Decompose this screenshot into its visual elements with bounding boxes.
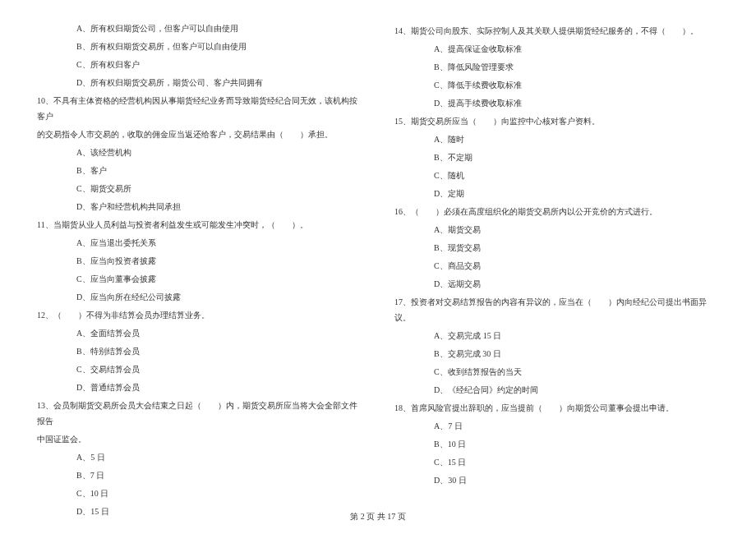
q18-option-c: C、15 日 bbox=[394, 454, 719, 470]
q10-text-line2: 的交易指令人市交易的，收取的佣金应当返还给客户，交易结果由（ ）承担。 bbox=[37, 127, 362, 142]
right-column: 14、期货公司向股东、实际控制人及其关联人提供期货经纪服务的，不得（ ）。 A、… bbox=[394, 21, 719, 497]
q17-option-a: A、交易完成 15 日 bbox=[394, 328, 719, 343]
q9-option-c: C、所有权归客户 bbox=[37, 57, 362, 72]
q15-text: 15、期货交易所应当（ ）向监控中心核对客户资料。 bbox=[394, 113, 719, 129]
q18-option-a: A、7 日 bbox=[394, 418, 719, 434]
q14-option-c: C、降低手续费收取标准 bbox=[394, 77, 719, 93]
q16-option-a: A、期货交易 bbox=[394, 222, 719, 237]
q12-option-c: C、交易结算会员 bbox=[37, 361, 362, 377]
page-footer: 第 2 页 共 17 页 bbox=[0, 511, 756, 522]
q18-text: 18、首席风险官提出辞职的，应当提前（ ）向期货公司董事会提出申请。 bbox=[394, 400, 719, 416]
q13-text-line1: 13、会员制期货交易所会员大会结束之日起（ ）内，期货交易所应当将大会全部文件报… bbox=[37, 398, 362, 429]
q14-option-b: B、降低风险管理要求 bbox=[394, 59, 719, 75]
q10-option-c: C、期货交易所 bbox=[37, 181, 362, 196]
q9-option-b: B、所有权归期货交易所，但客户可以自由使用 bbox=[37, 39, 362, 54]
q10-option-a: A、该经营机构 bbox=[37, 145, 362, 160]
q12-option-a: A、全面结算会员 bbox=[37, 325, 362, 341]
q15-option-a: A、随时 bbox=[394, 131, 719, 147]
q11-option-c: C、应当向董事会披露 bbox=[37, 271, 362, 287]
q11-option-a: A、应当退出委托关系 bbox=[37, 235, 362, 251]
q16-option-d: D、远期交易 bbox=[394, 276, 719, 292]
q9-option-d: D、所有权归期货交易所，期货公司、客户共同拥有 bbox=[37, 75, 362, 90]
q10-option-b: B、客户 bbox=[37, 163, 362, 178]
q17-option-c: C、收到结算报告的当天 bbox=[394, 364, 719, 380]
q14-option-a: A、提高保证金收取标准 bbox=[394, 41, 719, 57]
q17-option-b: B、交易完成 30 日 bbox=[394, 346, 719, 361]
q12-option-b: B、特别结算会员 bbox=[37, 343, 362, 359]
q13-option-c: C、10 日 bbox=[37, 486, 362, 501]
q16-option-b: B、现货交易 bbox=[394, 240, 719, 255]
q13-option-b: B、7 日 bbox=[37, 467, 362, 483]
q15-option-c: C、随机 bbox=[394, 168, 719, 183]
left-column: A、所有权归期货公司，但客户可以自由使用 B、所有权归期货交易所，但客户可以自由… bbox=[37, 21, 362, 497]
q17-option-d: D、《经纪合同》约定的时间 bbox=[394, 382, 719, 398]
q11-option-b: B、应当向投资者披露 bbox=[37, 253, 362, 269]
q10-option-d: D、客户和经营机构共同承担 bbox=[37, 199, 362, 214]
q16-option-c: C、商品交易 bbox=[394, 258, 719, 274]
q11-option-d: D、应当向所在经纪公司披露 bbox=[37, 289, 362, 305]
q16-text: 16、（ ）必须在高度组织化的期货交易所内以公开竞价的方式进行。 bbox=[394, 204, 719, 219]
page-content: A、所有权归期货公司，但客户可以自由使用 B、所有权归期货交易所，但客户可以自由… bbox=[37, 21, 719, 497]
q15-option-b: B、不定期 bbox=[394, 150, 719, 165]
q14-text: 14、期货公司向股东、实际控制人及其关联人提供期货经纪服务的，不得（ ）。 bbox=[394, 23, 719, 39]
q11-text: 11、当期货从业人员利益与投资者利益发生或可能发生冲突时，（ ）。 bbox=[37, 217, 362, 232]
q12-option-d: D、普通结算会员 bbox=[37, 380, 362, 395]
q13-option-a: A、5 日 bbox=[37, 449, 362, 465]
q14-option-d: D、提高手续费收取标准 bbox=[394, 95, 719, 111]
q17-text: 17、投资者对交易结算报告的内容有异议的，应当在（ ）内向经纪公司提出书面异议。 bbox=[394, 294, 719, 325]
q13-text-line2: 中国证监会。 bbox=[37, 431, 362, 447]
q10-text-line1: 10、不具有主体资格的经营机构因从事期货经纪业务而导致期货经纪合同无效，该机构按… bbox=[37, 93, 362, 124]
q18-option-b: B、10 日 bbox=[394, 436, 719, 452]
q9-option-a: A、所有权归期货公司，但客户可以自由使用 bbox=[37, 21, 362, 36]
q18-option-d: D、30 日 bbox=[394, 472, 719, 488]
q15-option-d: D、定期 bbox=[394, 186, 719, 201]
q12-text: 12、（ ）不得为非结算会员办理结算业务。 bbox=[37, 307, 362, 323]
